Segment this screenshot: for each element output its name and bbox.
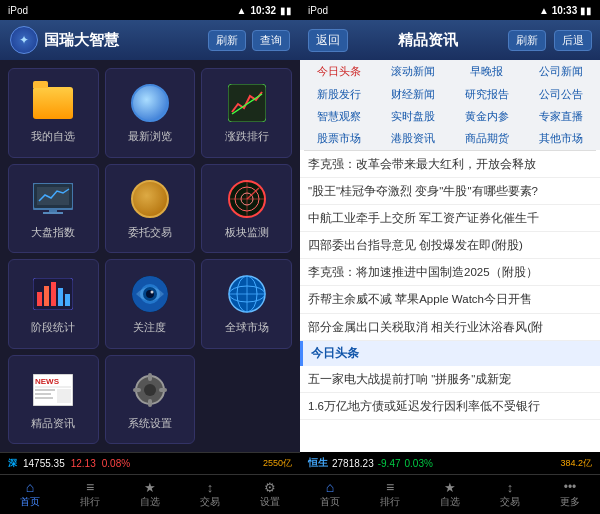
nav-label-rank-left: 排行: [80, 495, 100, 509]
refresh-button-right[interactable]: 刷新: [508, 30, 546, 51]
menu-item-stock-market[interactable]: 股票市场: [304, 130, 375, 148]
nav-label-mystock-right: 自选: [440, 495, 460, 509]
news-menu-row-1: 今日头条 滚动新闻 早晚报 公司新闻: [300, 60, 600, 84]
ticker-change-right: -9.47: [378, 458, 401, 469]
monitor-icon: [31, 177, 75, 221]
svg-point-21: [150, 291, 153, 294]
nav-mystock-right[interactable]: 自选: [420, 480, 480, 509]
nav-home-right[interactable]: 首页: [300, 480, 360, 509]
grid-item-my-select[interactable]: 我的自选: [8, 68, 99, 158]
app-grid: 我的自选 最新浏览 涨跌排行: [0, 60, 300, 452]
grid-label-rise-rank: 涨跌排行: [225, 129, 269, 144]
menu-item-other[interactable]: 其他市场: [525, 130, 596, 148]
ticker-change-left: 12.13: [71, 458, 96, 469]
svg-rect-11: [37, 292, 42, 306]
svg-rect-13: [51, 282, 56, 306]
rank-icon-right: [381, 480, 399, 494]
nav-label-settings-left: 设置: [260, 495, 280, 509]
menu-item-headlines[interactable]: 今日头条: [304, 63, 375, 81]
grid-label-stage-stats: 阶段统计: [31, 320, 75, 335]
menu-item-rolling[interactable]: 滚动新闻: [378, 63, 449, 81]
nav-more-right[interactable]: ••• 更多: [540, 480, 600, 509]
back2-button-right[interactable]: 后退: [554, 30, 592, 51]
svg-rect-12: [44, 286, 49, 306]
app-title-left: 国瑞大智慧: [44, 31, 119, 50]
grid-item-empty: [201, 355, 292, 445]
nav-rank-left[interactable]: 排行: [60, 480, 120, 509]
news-item-6[interactable]: 部分金属出口关税取消 相关行业沐浴春风(附: [300, 314, 600, 341]
header-right: 返回 精品资讯 刷新 后退: [300, 20, 600, 60]
grid-item-quality-news[interactable]: NEWS 精品资讯: [8, 355, 99, 445]
menu-item-expert[interactable]: 专家直播: [525, 108, 596, 126]
grid-item-rise-rank[interactable]: 涨跌排行: [201, 68, 292, 158]
menu-item-research[interactable]: 研究报告: [452, 86, 523, 104]
right-panel: iPod ▲ 10:33 ▮▮ 返回 精品资讯 刷新 后退 今日头条 滚动新闻 …: [300, 0, 600, 514]
ticker-vol-left: 2550亿: [263, 457, 292, 470]
menu-item-company-news[interactable]: 公司新闻: [525, 63, 596, 81]
grid-item-sector-monitor[interactable]: 板块监测: [201, 164, 292, 254]
menu-item-finance[interactable]: 财经新闻: [378, 86, 449, 104]
search-button-left[interactable]: 查询: [252, 30, 290, 51]
wifi-icon-left: ▲: [237, 5, 247, 16]
nav-label-home-right: 首页: [320, 495, 340, 509]
news-item-today-1[interactable]: 1.6万亿地方债或延迟发行因利率低不受银行: [300, 393, 600, 420]
bar-chart-icon: [31, 272, 75, 316]
nav-bar-left: 首页 排行 自选 交易 设置: [0, 474, 300, 514]
grid-label-system-settings: 系统设置: [128, 416, 172, 431]
news-item-1[interactable]: "股王"桂冠争夺激烈 变身"牛股"有哪些要素?: [300, 178, 600, 205]
battery-icon-left: ▮▮: [280, 5, 292, 16]
news-item-2[interactable]: 中航工业牵手上交所 军工资产证券化催生千: [300, 205, 600, 232]
back-button[interactable]: 返回: [308, 29, 348, 52]
logo-icon: ✦: [10, 26, 38, 54]
menu-item-ipo[interactable]: 新股发行: [304, 86, 375, 104]
menu-item-hk[interactable]: 港股资讯: [378, 130, 449, 148]
ticker-label-right: 恒生: [308, 456, 328, 470]
grid-item-latest-browse[interactable]: 最新浏览: [105, 68, 196, 158]
grid-item-stage-stats[interactable]: 阶段统计: [8, 259, 99, 349]
nav-home-left[interactable]: 首页: [0, 480, 60, 509]
nav-label-mystock-left: 自选: [140, 495, 160, 509]
ticker-pct-left: 0.08%: [102, 458, 130, 469]
news-menu-row-4: 股票市场 港股资讯 商品期货 其他市场: [300, 128, 600, 150]
menu-item-commodity[interactable]: 商品期货: [452, 130, 523, 148]
menu-item-gold[interactable]: 黄金内参: [452, 108, 523, 126]
refresh-button-left[interactable]: 刷新: [208, 30, 246, 51]
grid-label-my-select: 我的自选: [31, 129, 75, 144]
news-icon: NEWS: [31, 368, 75, 412]
grid-item-focus[interactable]: 关注度: [105, 259, 196, 349]
menu-item-morning[interactable]: 早晚报: [452, 63, 523, 81]
menu-item-announcement[interactable]: 公司公告: [525, 86, 596, 104]
wifi-icon-right: ▲: [539, 5, 549, 16]
nav-trade-right[interactable]: 交易: [480, 480, 540, 509]
grid-item-system-settings[interactable]: 系统设置: [105, 355, 196, 445]
chart-up-icon: [225, 81, 269, 125]
time-left: 10:32: [250, 5, 276, 16]
news-item-4[interactable]: 李克强：将加速推进中国制造2025（附股）: [300, 259, 600, 286]
grid-label-market-index: 大盘指数: [31, 225, 75, 240]
menu-item-wisdom[interactable]: 智慧观察: [304, 108, 375, 126]
nav-label-more-right: 更多: [560, 495, 580, 509]
settings-icon-left: [261, 480, 279, 494]
nav-label-home-left: 首页: [20, 495, 40, 509]
news-item-5[interactable]: 乔帮主余威不减 苹果Apple Watch今日开售: [300, 286, 600, 313]
news-item-0[interactable]: 李克强：改革会带来最大红利，开放会释放: [300, 151, 600, 178]
grid-label-quality-news: 精品资讯: [31, 416, 75, 431]
trade-icon-right: [501, 480, 519, 494]
menu-item-realtime[interactable]: 实时盘股: [378, 108, 449, 126]
nav-rank-right[interactable]: 排行: [360, 480, 420, 509]
grid-item-global-market[interactable]: 全球市场: [201, 259, 292, 349]
nav-label-trade-left: 交易: [200, 495, 220, 509]
news-item-today-0[interactable]: 五一家电大战提前打响 "拼服务"成新宠: [300, 366, 600, 393]
grid-item-entrust[interactable]: 委托交易: [105, 164, 196, 254]
ticker-bar-right: 恒生 27818.23 -9.47 0.03% 384.2亿: [300, 452, 600, 474]
ticker-label-left: 深: [8, 457, 17, 470]
grid-label-global-market: 全球市场: [225, 320, 269, 335]
ticker-value-right: 27818.23: [332, 458, 374, 469]
news-item-3[interactable]: 四部委出台指导意见 创投爆发在即(附股): [300, 232, 600, 259]
nav-mystock-left[interactable]: 自选: [120, 480, 180, 509]
nav-trade-left[interactable]: 交易: [180, 480, 240, 509]
svg-rect-36: [148, 373, 152, 381]
world-icon: [225, 272, 269, 316]
grid-item-market-index[interactable]: 大盘指数: [8, 164, 99, 254]
nav-settings-left[interactable]: 设置: [240, 480, 300, 509]
